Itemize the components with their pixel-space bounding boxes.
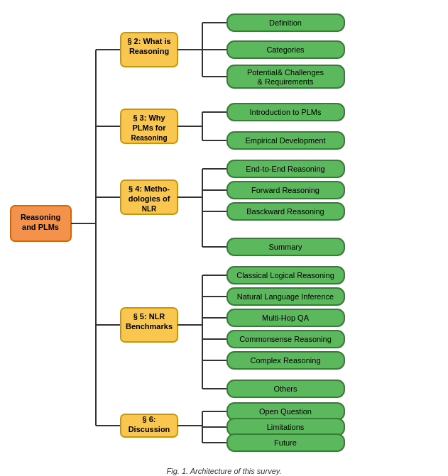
svg-text:§ 4: Metho-: § 4: Metho- xyxy=(129,184,170,193)
svg-text:Summary: Summary xyxy=(268,243,302,251)
svg-text:& Requirements: & Requirements xyxy=(258,77,314,86)
svg-text:End-to-End Reasoning: End-to-End Reasoning xyxy=(246,165,324,173)
svg-text:Reasoning: Reasoning xyxy=(131,134,167,142)
svg-text:§ 6:: § 6: xyxy=(143,415,156,424)
svg-text:and PLMs: and PLMs xyxy=(22,223,59,231)
svg-text:Potential& Challenges: Potential& Challenges xyxy=(247,68,324,77)
figure-caption: Fig. 1. Architecture of this survey. xyxy=(166,467,281,475)
svg-text:§ 2: What is: § 2: What is xyxy=(127,37,170,45)
svg-text:Future: Future xyxy=(274,438,297,447)
svg-text:Basckward Reasoning: Basckward Reasoning xyxy=(246,207,324,216)
svg-text:NLR: NLR xyxy=(142,205,157,213)
svg-text:Classical Logical Reasoning: Classical Logical Reasoning xyxy=(236,271,334,279)
svg-text:Reasoning: Reasoning xyxy=(21,213,60,221)
diagram-svg: Reasoning and PLMs § 2: What is Reasonin… xyxy=(4,7,444,461)
svg-text:PLMs for: PLMs for xyxy=(132,123,166,132)
svg-text:Natural Language Inference: Natural Language Inference xyxy=(237,292,334,301)
svg-text:dologies of: dologies of xyxy=(129,194,170,203)
svg-text:Limitations: Limitations xyxy=(267,423,305,431)
svg-text:Reasoning: Reasoning xyxy=(129,47,169,55)
svg-text:Benchmarks: Benchmarks xyxy=(126,322,173,331)
svg-text:Others: Others xyxy=(273,384,297,393)
svg-text:§ 3: Why: § 3: Why xyxy=(133,114,165,122)
svg-text:Forward Reasoning: Forward Reasoning xyxy=(251,186,319,194)
svg-text:§ 5: NLR: § 5: NLR xyxy=(133,312,165,321)
svg-text:Empirical Development: Empirical Development xyxy=(245,136,325,145)
svg-text:Discussion: Discussion xyxy=(129,425,170,433)
svg-text:Introduction to PLMs: Introduction to PLMs xyxy=(250,108,322,116)
svg-text:Definition: Definition xyxy=(269,18,302,27)
svg-text:Complex Reasoning: Complex Reasoning xyxy=(250,356,320,365)
svg-text:Commonsense Reasoning: Commonsense Reasoning xyxy=(239,335,332,343)
svg-text:Categories: Categories xyxy=(266,45,305,54)
svg-text:Multi-Hop QA: Multi-Hop QA xyxy=(262,314,310,322)
svg-text:Open Question: Open Question xyxy=(259,407,312,416)
